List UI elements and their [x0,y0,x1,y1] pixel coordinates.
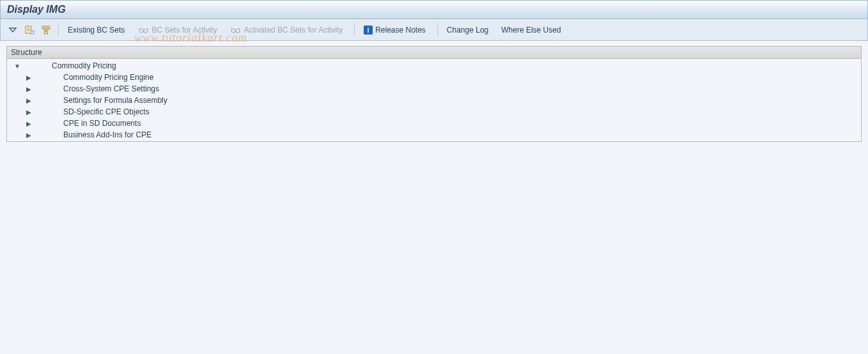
expand-icon[interactable]: ▶ [25,108,33,116]
tree-item-row[interactable]: ▶ Commodity Pricing Engine [7,72,861,83]
tree-body: ▼ Commodity Pricing ▶ Commodity Pricing … [6,59,862,142]
expand-icon[interactable]: ▶ [25,85,33,93]
activated-bc-sets-for-activity-button: Activated BC Sets for Activity [224,22,348,38]
bc-sets-for-activity-label: BC Sets for Activity [151,26,217,35]
svg-rect-2 [42,26,45,29]
find-icon [24,25,35,35]
expand-icon [8,26,18,35]
svg-rect-1 [31,31,34,34]
tree-item-label: CPE in SD Documents [62,119,141,128]
additional-info-button[interactable] [38,22,54,38]
svg-point-7 [231,29,235,33]
tree-item-label: Business Add-Ins for CPE [62,130,151,139]
tree-item-label: Settings for Formula Assembly [62,96,167,105]
tree-root-label: Commodity Pricing [50,61,116,70]
toolbar-separator [437,24,438,36]
expand-icon[interactable]: ▶ [25,73,33,81]
info-icon: i [364,26,373,35]
svg-rect-3 [47,26,50,29]
glasses-icon [229,24,241,36]
expand-icon[interactable]: ▶ [25,96,33,104]
svg-point-5 [139,29,143,33]
tree-item-row[interactable]: ▶ Business Add-Ins for CPE [7,129,861,141]
application-toolbar: Existing BC Sets BC Sets for Activity Ac… [0,19,868,41]
tree-item-row[interactable]: ▶ Cross-System CPE Settings [7,83,861,95]
release-notes-button[interactable]: i Release Notes [359,22,431,38]
tree-item-label: Cross-System CPE Settings [62,84,159,93]
activated-bc-sets-for-activity-label: Activated BC Sets for Activity [244,26,343,35]
tree-item-row[interactable]: ▶ SD-Specific CPE Objects [7,106,861,118]
find-button[interactable] [21,22,38,38]
content-area: Structure ▼ Commodity Pricing ▶ Commodit… [0,41,868,148]
expand-icon[interactable]: ▶ [25,131,33,139]
tree-item-label: Commodity Pricing Engine [62,73,153,82]
toolbar-separator [354,24,355,36]
expand-subtree-button[interactable] [4,22,21,38]
expand-icon[interactable]: ▶ [25,119,33,127]
svg-rect-4 [45,31,48,34]
glasses-icon [137,24,149,36]
release-notes-label: Release Notes [375,26,426,35]
hierarchy-icon [41,25,51,35]
change-log-button[interactable]: Change Log [442,22,493,38]
existing-bc-sets-label: Existing BC Sets [68,26,125,35]
where-else-used-button[interactable]: Where Else Used [496,22,566,38]
where-else-used-label: Where Else Used [501,26,561,35]
tree-root-row[interactable]: ▼ Commodity Pricing [7,60,861,72]
collapse-icon[interactable]: ▼ [13,62,21,70]
window-titlebar: Display IMG [0,0,868,19]
svg-point-8 [236,29,240,33]
structure-column-header[interactable]: Structure [6,46,862,59]
svg-point-6 [144,29,148,33]
existing-bc-sets-button[interactable]: Existing BC Sets [63,22,130,38]
tree-item-row[interactable]: ▶ Settings for Formula Assembly [7,95,861,106]
change-log-label: Change Log [447,26,488,35]
structure-header-label: Structure [11,48,42,57]
tree-item-row[interactable]: ▶ CPE in SD Documents [7,118,861,129]
toolbar-separator [58,24,59,36]
tree-item-label: SD-Specific CPE Objects [62,107,150,116]
bc-sets-for-activity-button: BC Sets for Activity [132,22,222,38]
window-title: Display IMG [7,4,66,15]
